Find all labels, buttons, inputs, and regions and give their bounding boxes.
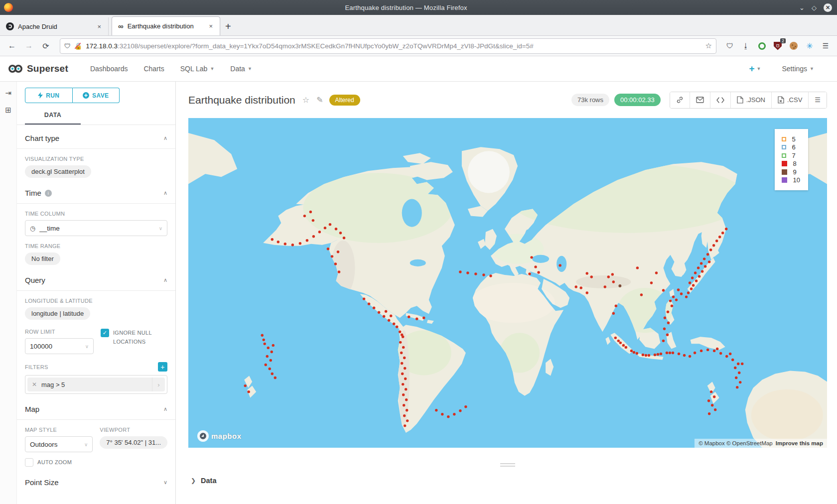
email-button[interactable]: [690, 92, 710, 108]
earthquake-point[interactable]: [335, 228, 337, 230]
earthquake-point[interactable]: [269, 368, 271, 370]
earthquake-point[interactable]: [312, 219, 314, 222]
earthquake-point[interactable]: [711, 404, 713, 406]
earthquake-point[interactable]: [612, 280, 615, 283]
earthquake-point[interactable]: [405, 398, 408, 401]
close-icon[interactable]: ✕: [824, 3, 832, 12]
earthquake-point[interactable]: [706, 253, 709, 255]
time-range-value[interactable]: No filter: [25, 252, 60, 265]
earthquake-point[interactable]: [368, 302, 370, 305]
legend-row[interactable]: 9: [782, 168, 800, 176]
earthquake-point[interactable]: [700, 350, 702, 352]
earthquake-point[interactable]: [272, 344, 275, 347]
earthquake-point[interactable]: [291, 244, 294, 246]
earthquake-point[interactable]: [334, 262, 337, 265]
earthquake-point[interactable]: [247, 390, 250, 393]
earthquake-point[interactable]: [534, 265, 537, 268]
earthquake-point[interactable]: [725, 228, 727, 230]
earthquake-point[interactable]: [277, 241, 279, 243]
earthquake-point[interactable]: [706, 349, 709, 351]
earthquake-point[interactable]: [399, 341, 402, 344]
ignore-null-checkbox[interactable]: ✓ IGNORE NULLLOCATIONS: [101, 329, 152, 346]
earthquake-point[interactable]: [408, 315, 410, 318]
earthquake-point[interactable]: [700, 262, 702, 264]
earthquake-point[interactable]: [691, 276, 694, 279]
legend-row[interactable]: 6: [782, 143, 800, 152]
url-bar[interactable]: 🛡 🔒 172.18.0.3:32108/superset/explore/?f…: [60, 38, 716, 54]
earthquake-point[interactable]: [318, 231, 321, 233]
earthquake-point[interactable]: [558, 264, 561, 266]
reload-button[interactable]: ⟳: [39, 39, 53, 53]
earthquake-point[interactable]: [642, 354, 644, 356]
export-json-button[interactable]: .JSON: [731, 92, 772, 108]
earthquake-point[interactable]: [667, 310, 669, 313]
earthquake-point[interactable]: [669, 352, 671, 354]
earthquake-point[interactable]: [274, 377, 277, 379]
navbar-item-data[interactable]: Data▼: [230, 65, 252, 73]
earthquake-point[interactable]: [677, 288, 680, 291]
earthquake-point[interactable]: [704, 265, 706, 267]
earthquake-point[interactable]: [402, 346, 405, 349]
earthquake-point[interactable]: [622, 344, 625, 347]
earthquake-point[interactable]: [654, 354, 656, 356]
earthquake-point[interactable]: [725, 355, 728, 358]
earthquake-point[interactable]: [343, 237, 345, 239]
earthquake-point[interactable]: [466, 271, 469, 274]
filter-chip[interactable]: ✕ mag > 5 ›: [27, 378, 165, 391]
earthquake-point[interactable]: [401, 373, 404, 375]
expand-datasource-icon[interactable]: ⇥: [5, 89, 11, 98]
earthquake-point[interactable]: [464, 405, 467, 408]
copy-link-button[interactable]: [670, 92, 690, 108]
back-button[interactable]: ←: [5, 39, 19, 53]
earthquake-point[interactable]: [264, 343, 266, 345]
section-header-time[interactable]: Timei∧: [25, 189, 167, 203]
viewport-value[interactable]: 7° 35' 54.02" | 31...: [100, 436, 167, 449]
edit-properties-icon[interactable]: ✎: [316, 95, 323, 105]
bookmark-star-icon[interactable]: ☆: [705, 41, 712, 50]
earthquake-point[interactable]: [675, 298, 678, 301]
auto-zoom-checkbox[interactable]: AUTO ZOOM: [25, 458, 93, 467]
earthquake-point[interactable]: [324, 227, 326, 229]
earthquake-point[interactable]: [402, 393, 405, 396]
earthquake-point[interactable]: [338, 270, 340, 273]
tab-earthquake-distribution[interactable]: ∞ Earthquake distribution ×: [112, 16, 220, 35]
section-header-chart-type[interactable]: Chart type∧: [25, 134, 167, 148]
export-csv-button[interactable]: .CSV: [772, 92, 809, 108]
earthquake-point[interactable]: [648, 354, 650, 357]
earthquake-point[interactable]: [664, 317, 666, 319]
earthquake-point[interactable]: [401, 334, 403, 336]
checkbox-unchecked-icon[interactable]: [25, 458, 33, 467]
earthquake-point[interactable]: [636, 352, 638, 355]
data-collapse-toggle[interactable]: ❯ Data: [191, 477, 217, 485]
earthquake-point[interactable]: [703, 257, 705, 260]
earthquake-point[interactable]: [690, 287, 693, 290]
earthquake-point[interactable]: [309, 211, 312, 213]
earthquake-point[interactable]: [604, 285, 606, 288]
extension-asterisk-icon[interactable]: ✳: [803, 39, 816, 52]
embed-code-button[interactable]: [710, 92, 731, 108]
earthquake-point[interactable]: [671, 304, 673, 307]
earthquake-point[interactable]: [657, 353, 659, 356]
earthquake-point[interactable]: [694, 352, 696, 354]
earthquake-point[interactable]: [265, 364, 267, 366]
earthquake-point[interactable]: [662, 340, 665, 342]
earthquake-point[interactable]: [393, 323, 395, 325]
lonlat-value[interactable]: longitude | latitude: [25, 307, 90, 320]
earthquake-point[interactable]: [267, 347, 270, 349]
earthquake-point[interactable]: [672, 352, 674, 354]
earthquake-point[interactable]: [586, 272, 588, 274]
earthquake-point[interactable]: [694, 271, 697, 274]
cookie-extension-icon[interactable]: [787, 39, 800, 52]
tab-data[interactable]: DATA: [25, 112, 81, 125]
earthquake-point[interactable]: [611, 273, 614, 275]
legend-row[interactable]: 10: [782, 176, 800, 185]
tab-apache-druid[interactable]: Apache Druid ×: [0, 17, 109, 35]
earthquake-point[interactable]: [459, 409, 461, 412]
earthquake-point[interactable]: [422, 317, 425, 319]
earthquake-point[interactable]: [378, 311, 380, 313]
run-button[interactable]: RUN: [25, 88, 73, 103]
settings-menu[interactable]: Settings▼: [782, 65, 814, 73]
earthquake-point[interactable]: [689, 281, 691, 284]
earthquake-point[interactable]: [708, 412, 710, 415]
earthquake-point[interactable]: [385, 310, 387, 312]
